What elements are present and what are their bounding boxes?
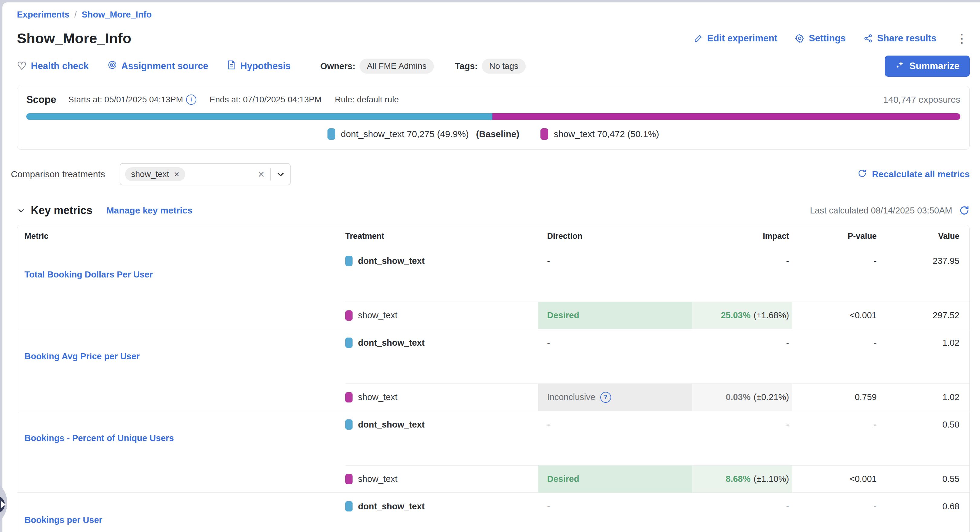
treatment-cell: dont_show_text <box>345 493 538 520</box>
pvalue-cell: - <box>792 247 877 275</box>
metric-group: Booking Avg Price per User dont_show_tex… <box>17 329 969 411</box>
pvalue-cell: 0.759 <box>792 383 877 411</box>
legend-baseline-suffix: (Baseline) <box>476 129 519 139</box>
direction-cell: - <box>538 411 692 438</box>
impact-cell: 0.03%(±0.21%) <box>692 383 792 411</box>
pvalue-cell: <0.001 <box>792 465 877 492</box>
expand-arrow-icon <box>1 501 6 508</box>
sparkles-icon <box>895 60 905 72</box>
recalculate-label: Recalculate all metrics <box>872 169 970 179</box>
share-results-label: Share results <box>877 33 937 44</box>
direction-cell: - <box>538 493 692 520</box>
legend-item-treatment: show_text 70,472 (50.1%) <box>541 128 659 140</box>
share-results-button[interactable]: Share results <box>863 33 937 44</box>
value-cell: 1.02 <box>877 383 969 411</box>
metric-link[interactable]: Bookings per User <box>24 515 102 525</box>
tags-pill[interactable]: No tags <box>482 59 526 74</box>
scope-rule: Rule: default rule <box>335 95 399 105</box>
treatment-color-swatch <box>345 338 353 348</box>
table-header-row: Metric Treatment Direction Impact P-valu… <box>17 225 969 247</box>
summarize-button[interactable]: Summarize <box>885 56 970 77</box>
chevron-down-icon[interactable] <box>276 170 285 179</box>
value-cell: 0.55 <box>877 465 969 492</box>
treatment-chip[interactable]: show_text × <box>125 167 186 181</box>
chip-remove-icon[interactable]: × <box>174 170 180 179</box>
legend-treatment-text: show_text 70,472 (50.1%) <box>554 129 659 139</box>
metric-group: Bookings per User dont_show_text - - - 0… <box>17 492 969 532</box>
treatment-chip-label: show_text <box>131 169 169 179</box>
treatment-cell: show_text <box>345 383 538 411</box>
app-viewport: Experiments / Show_More_Info Show_More_I… <box>0 0 980 532</box>
treatment-color-swatch <box>345 501 353 511</box>
metric-group: Total Booking Dollars Per User dont_show… <box>17 247 969 329</box>
document-icon <box>227 60 236 72</box>
treatment-color-swatch <box>345 392 353 402</box>
metric-link[interactable]: Total Booking Dollars Per User <box>24 270 153 279</box>
breadcrumb-current-link[interactable]: Show_More_Info <box>81 10 152 20</box>
scope-starts-at: Starts at: 05/01/2025 04:13PM i <box>68 95 196 105</box>
hypothesis-label: Hypothesis <box>240 61 291 71</box>
impact-cell: 8.68%(±1.10%) <box>692 465 792 492</box>
key-metrics-table: Metric Treatment Direction Impact P-valu… <box>17 225 970 532</box>
owners-label: Owners: <box>320 61 355 71</box>
direction-cell: Desired <box>538 465 692 492</box>
baseline-swatch <box>328 128 335 140</box>
pvalue-cell: - <box>792 493 877 520</box>
treatment-bar-segment <box>492 113 960 120</box>
value-cell: 0.68 <box>877 493 969 520</box>
heart-icon: ♡ <box>17 61 27 71</box>
value-cell: 1.02 <box>877 329 969 356</box>
select-clear-icon[interactable]: × <box>258 168 265 180</box>
health-check-link[interactable]: ♡ Health check <box>17 61 89 71</box>
recalculate-all-metrics-button[interactable]: Recalculate all metrics <box>858 168 970 180</box>
edit-experiment-button[interactable]: Edit experiment <box>694 33 778 44</box>
split-legend: dont_show_text 70,275 (49.9%) (Baseline)… <box>26 128 960 140</box>
more-options-kebab-icon[interactable]: ⋮ <box>954 32 970 44</box>
page-title: Show_More_Info <box>17 30 131 46</box>
metric-group: Bookings - Percent of Unique Users dont_… <box>17 411 969 492</box>
metric-link[interactable]: Booking Avg Price per User <box>24 351 140 361</box>
refresh-icon <box>858 168 867 180</box>
hypothesis-link[interactable]: Hypothesis <box>227 60 291 72</box>
legend-baseline-text: dont_show_text 70,275 (49.9%) <box>341 129 469 139</box>
treatment-cell: dont_show_text <box>345 247 538 275</box>
direction-cell: - <box>538 329 692 356</box>
pvalue-cell: - <box>792 411 877 438</box>
settings-button[interactable]: Settings <box>795 33 846 44</box>
legend-item-baseline: dont_show_text 70,275 (49.9%) (Baseline) <box>328 128 519 140</box>
edit-experiment-label: Edit experiment <box>707 33 778 44</box>
pencil-icon <box>694 34 703 43</box>
column-header-value: Value <box>877 232 969 241</box>
info-icon[interactable]: i <box>186 95 196 105</box>
breadcrumb: Experiments / Show_More_Info <box>17 10 970 20</box>
owners-pill[interactable]: All FME Admins <box>360 59 434 74</box>
direction-cell: Inconclusive? <box>538 383 692 411</box>
exposure-split-bar <box>26 113 960 120</box>
help-icon[interactable]: ? <box>600 392 611 403</box>
settings-label: Settings <box>809 33 846 44</box>
comparison-treatments-select[interactable]: show_text × × <box>119 163 291 186</box>
baseline-bar-segment <box>26 113 492 120</box>
assignment-source-link[interactable]: Assignment source <box>108 60 208 72</box>
bullseye-icon <box>108 60 117 72</box>
breadcrumb-separator: / <box>74 10 77 20</box>
select-divider <box>270 168 270 181</box>
refresh-icon[interactable] <box>959 205 970 216</box>
scope-title: Scope <box>26 94 56 105</box>
treatment-color-swatch <box>345 474 353 484</box>
treatment-color-swatch <box>345 310 353 321</box>
treatment-cell: dont_show_text <box>345 329 538 356</box>
impact-cell: - <box>692 411 792 438</box>
breadcrumb-experiments-link[interactable]: Experiments <box>17 10 70 20</box>
pvalue-cell: <0.001 <box>792 302 877 329</box>
treatment-swatch <box>541 128 548 140</box>
metric-link[interactable]: Bookings - Percent of Unique Users <box>24 433 174 443</box>
direction-cell: Desired <box>538 302 692 329</box>
column-header-metric: Metric <box>17 232 345 241</box>
key-metrics-last-calculated: Last calculated 08/14/2025 03:50AM <box>810 205 970 216</box>
collapse-chevron-icon[interactable] <box>17 206 25 215</box>
experiment-page: Experiments / Show_More_Info Show_More_I… <box>2 2 980 532</box>
treatment-color-swatch <box>345 419 353 430</box>
manage-key-metrics-link[interactable]: Manage key metrics <box>107 205 192 216</box>
scope-ends-at: Ends at: 07/10/2025 04:13PM <box>210 95 322 105</box>
